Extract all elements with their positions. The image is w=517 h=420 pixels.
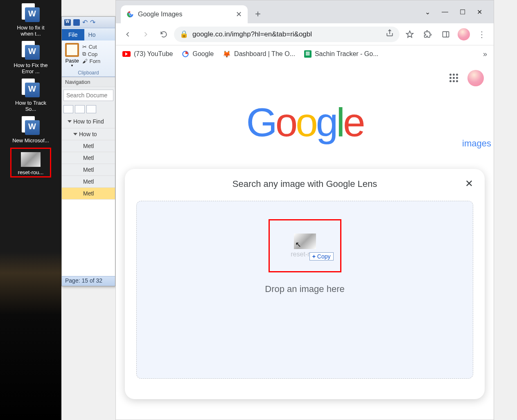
bookmarks-bar: (73) YouTube Google 🦊Dashboard | The O..… [116, 45, 494, 63]
desktop-icon-label: How to fix it when t... [12, 25, 49, 37]
copy-tooltip: Copy [309, 252, 334, 261]
svg-point-2 [129, 13, 131, 16]
desktop-icon-word-2[interactable]: How to Fix the Error ... [12, 41, 49, 74]
lens-title: Search any image with Google Lens [136, 179, 473, 189]
nav-view-switcher[interactable] [62, 103, 115, 115]
page-content: Google images Search any image with Goog… [116, 63, 494, 420]
bookmark-google[interactable]: Google [182, 50, 214, 58]
collapse-icon [73, 133, 77, 135]
close-window-button[interactable]: ✕ [477, 8, 482, 16]
bookmark-star-icon[interactable] [402, 27, 418, 42]
new-tab-button[interactable]: + [251, 7, 265, 21]
desktop-icon-label: reset-rou... [12, 169, 49, 175]
youtube-icon [122, 51, 131, 57]
fox-icon: 🦊 [223, 50, 231, 58]
nav-item[interactable]: Metl [62, 152, 115, 164]
desktop-icon-label: New Microsof... [12, 137, 49, 144]
clipboard-icon [65, 43, 79, 57]
lock-icon: 🔒 [180, 30, 188, 38]
url-text: google.co.in/imghp?hl=en&tab=ri&ogbl [192, 30, 312, 38]
word-window: W ↶ ↷ File Ho Paste ▼ ✂Cut ⧉Cop 🖌Forn Cl… [61, 16, 115, 286]
sheets-icon [304, 50, 312, 58]
profile-avatar[interactable] [456, 27, 472, 42]
home-tab[interactable]: Ho [84, 29, 100, 40]
google-lens-panel: Search any image with Google Lens ✕ ↖ re… [125, 169, 485, 399]
close-tab-icon[interactable]: ✕ [236, 10, 242, 19]
google-favicon [126, 11, 134, 18]
drop-instruction: Drop an image here [265, 284, 344, 294]
word-status-bar: Page: 15 of 32 [62, 276, 115, 286]
redo-icon[interactable]: ↷ [90, 18, 95, 26]
google-icon [182, 50, 189, 58]
account-avatar[interactable] [467, 70, 484, 86]
desktop-icon-label: How to Track So... [12, 100, 49, 112]
navigation-pane: Navigation How to Find How to Metl Metl … [62, 77, 115, 200]
close-lens-button[interactable]: ✕ [465, 178, 473, 189]
google-logo: Google images [116, 99, 494, 149]
image-drop-zone[interactable]: ↖ reset-ro... Copy Drop an image here [136, 201, 473, 379]
nav-item-selected[interactable]: Metl [62, 188, 115, 200]
back-button[interactable] [120, 27, 135, 42]
chevron-down-icon[interactable]: ⌄ [425, 8, 430, 16]
image-file-icon [21, 152, 41, 167]
undo-icon[interactable]: ↶ [82, 18, 88, 26]
nav-item[interactable]: Metl [62, 140, 115, 152]
scissors-icon: ✂ [82, 44, 87, 50]
reload-button[interactable] [156, 27, 172, 42]
clipboard-group-label: Clipboard [65, 70, 112, 76]
desktop-icon-word-4[interactable]: New Microsof... [12, 116, 49, 144]
cut-button[interactable]: ✂Cut [82, 44, 100, 50]
copy-icon: ⧉ [82, 51, 86, 57]
chrome-menu-icon[interactable]: ⋮ [474, 27, 490, 42]
share-icon[interactable] [386, 29, 394, 39]
brush-icon: 🖌 [82, 58, 88, 64]
ribbon: Paste ▼ ✂Cut ⧉Cop 🖌Forn Clipboard [62, 40, 115, 77]
collapse-icon [68, 120, 72, 123]
browser-toolbar: 🔒 google.co.in/imghp?hl=en&tab=ri&ogbl ⋮ [116, 23, 494, 45]
navigation-title: Navigation [62, 77, 115, 87]
save-icon[interactable] [73, 19, 80, 26]
desktop-icon-word-1[interactable]: How to fix it when t... [12, 3, 49, 37]
cursor-icon: ↖ [295, 240, 301, 249]
file-tab[interactable]: File [62, 29, 84, 40]
browser-tab[interactable]: Google Images ✕ [121, 5, 248, 23]
nav-search-input[interactable] [63, 90, 113, 101]
svg-rect-3 [443, 31, 449, 37]
maximize-button[interactable]: ☐ [460, 8, 465, 16]
nav-item[interactable]: Metl [62, 164, 115, 176]
bookmarks-overflow-icon[interactable]: » [483, 50, 487, 58]
ribbon-tabs: File Ho [62, 28, 115, 40]
tab-title: Google Images [138, 11, 183, 18]
desktop-icon-word-3[interactable]: How to Track So... [12, 79, 49, 112]
nav-heading-1[interactable]: How to Find [62, 115, 115, 128]
drag-highlight: ↖ reset-ro... Copy [269, 219, 341, 272]
copy-button[interactable]: ⧉Cop [82, 51, 100, 57]
word-app-icon: W [64, 19, 71, 26]
nav-item[interactable]: Metl [62, 176, 115, 188]
sidepanel-icon[interactable] [438, 27, 454, 42]
paste-button[interactable]: Paste ▼ [65, 43, 79, 67]
forward-button[interactable] [138, 27, 154, 42]
word-titlebar[interactable]: W ↶ ↷ [62, 17, 115, 28]
google-apps-icon[interactable] [449, 74, 458, 83]
nav-heading-2[interactable]: How to [62, 128, 115, 140]
bookmark-dashboard[interactable]: 🦊Dashboard | The O... [223, 50, 295, 58]
address-bar[interactable]: 🔒 google.co.in/imghp?hl=en&tab=ri&ogbl [174, 27, 400, 42]
bookmark-youtube[interactable]: (73) YouTube [122, 50, 173, 58]
desktop-icon-image-selected[interactable]: reset-rou... [10, 148, 51, 177]
minimize-button[interactable]: — [442, 8, 448, 16]
window-controls: ⌄ — ☐ ✕ [413, 0, 494, 23]
chrome-window: ⌄ — ☐ ✕ Google Images ✕ + 🔒 google.co.in… [115, 0, 494, 420]
bookmark-tracker[interactable]: Sachin Tracker - Go... [304, 50, 379, 58]
extensions-icon[interactable] [420, 27, 436, 42]
desktop-icon-label: How to Fix the Error ... [12, 62, 49, 74]
desktop-background: How to fix it when t... How to Fix the E… [0, 0, 61, 420]
format-painter-button[interactable]: 🖌Forn [82, 58, 100, 64]
